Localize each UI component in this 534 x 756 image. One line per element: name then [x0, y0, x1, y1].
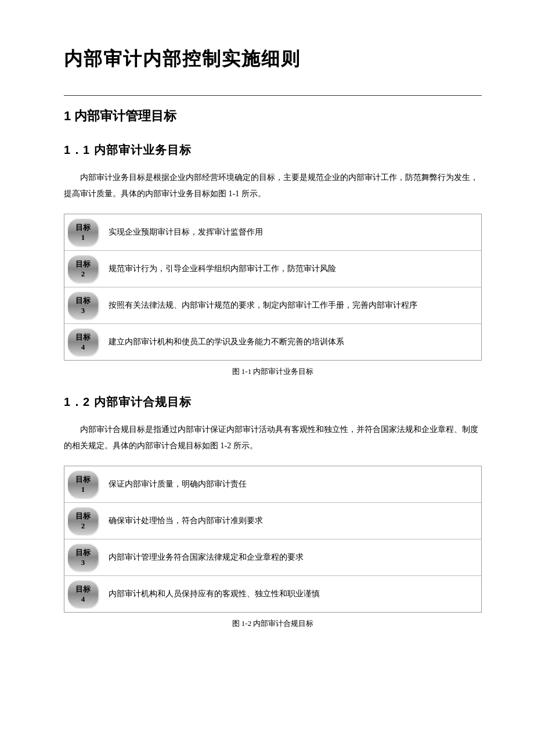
figure-row: 目标 1实现企业预期审计目标，发挥审计监督作用 — [64, 214, 481, 251]
badge-label: 目标 3 — [68, 544, 98, 571]
figure-row-text: 按照有关法律法规、内部审计规范的要求，制定内部审计工作手册，完善内部审计程序 — [102, 293, 481, 318]
badge-label: 目标 2 — [68, 507, 98, 534]
figure-row-text: 保证内部审计质量，明确内部审计责任 — [102, 472, 481, 496]
figure-row: 目标 1保证内部审计质量，明确内部审计责任 — [64, 466, 481, 503]
figure1-caption: 图 1-1 内部审计业务目标 — [64, 366, 482, 377]
badge-label: 目标 1 — [68, 219, 98, 246]
badge-label: 目标 2 — [68, 255, 98, 282]
badge-cell: 目标 3 — [64, 539, 102, 575]
badge-cell: 目标 2 — [64, 503, 102, 539]
figure-row-text: 确保审计处理恰当，符合内部审计准则要求 — [102, 509, 481, 533]
figure-row: 目标 4建立内部审计机构和使员工的学识及业务能力不断完善的培训体系 — [64, 324, 481, 360]
page-title: 内部审计内部控制实施细则 — [64, 46, 482, 72]
figure1: 目标 1实现企业预期审计目标，发挥审计监督作用目标 2规范审计行为，引导企业科学… — [64, 214, 482, 361]
figure-row: 目标 4内部审计机构和人员保持应有的客观性、独立性和职业谨慎 — [64, 576, 481, 612]
figure-row: 目标 2确保审计处理恰当，符合内部审计准则要求 — [64, 503, 481, 539]
figure-row-text: 实现企业预期审计目标，发挥审计监督作用 — [102, 220, 481, 244]
figure-row-text: 内部审计机构和人员保持应有的客观性、独立性和职业谨慎 — [102, 582, 481, 606]
figure2-caption: 图 1-2 内部审计合规目标 — [64, 618, 482, 629]
badge-cell: 目标 1 — [64, 466, 102, 502]
sub2-heading: 1．2 内部审计合规目标 — [64, 394, 482, 410]
figure-row-text: 内部审计管理业务符合国家法律规定和企业章程的要求 — [102, 545, 481, 570]
badge-cell: 目标 3 — [64, 287, 102, 323]
figure-row-text: 规范审计行为，引导企业科学组织内部审计工作，防范审计风险 — [102, 257, 481, 281]
sub1-heading: 1．1 内部审计业务目标 — [64, 142, 482, 158]
sub1-body: 内部审计业务目标是根据企业内部经营环境确定的目标，主要是规范企业的内部审计工作，… — [64, 170, 482, 202]
badge-label: 目标 4 — [68, 329, 98, 355]
title-divider — [64, 95, 482, 96]
badge-cell: 目标 2 — [64, 251, 102, 287]
badge-label: 目标 4 — [68, 581, 98, 607]
badge-cell: 目标 4 — [64, 576, 102, 612]
figure-row: 目标 3内部审计管理业务符合国家法律规定和企业章程的要求 — [64, 539, 481, 576]
badge-cell: 目标 1 — [64, 214, 102, 250]
badge-cell: 目标 4 — [64, 324, 102, 360]
badge-label: 目标 1 — [68, 471, 98, 498]
figure-row-text: 建立内部审计机构和使员工的学识及业务能力不断完善的培训体系 — [102, 330, 481, 354]
figure2: 目标 1保证内部审计质量，明确内部审计责任目标 2确保审计处理恰当，符合内部审计… — [64, 466, 482, 613]
sub2-body: 内部审计合规目标是指通过内部审计保证内部审计活动具有客观性和独立性，并符合国家法… — [64, 422, 482, 454]
section1-heading: 1 内部审计管理目标 — [64, 107, 482, 125]
figure-row: 目标 3按照有关法律法规、内部审计规范的要求，制定内部审计工作手册，完善内部审计… — [64, 287, 481, 324]
badge-label: 目标 3 — [68, 292, 98, 319]
figure-row: 目标 2规范审计行为，引导企业科学组织内部审计工作，防范审计风险 — [64, 251, 481, 287]
